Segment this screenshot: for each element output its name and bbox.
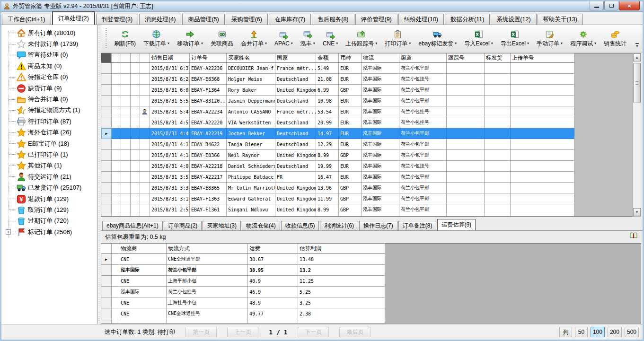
freight-row-4[interactable]: 泓丰国际荷兰小包挂号46.95.25 [101,287,385,297]
dropdown-arrow-icon[interactable]: ▾ [291,41,293,45]
detail-tab-2[interactable]: 订单商品(2) [164,221,202,230]
freight-column-header[interactable]: 物流商 [119,244,167,254]
detail-tab-4[interactable]: 物流仓储(4) [242,221,280,230]
maximize-button[interactable] [604,1,618,10]
pagination-button-最后页[interactable]: 最后页 [339,327,371,337]
toolbar-button-16[interactable]: 销售统计 [600,29,630,49]
dropdown-arrow-icon[interactable]: ▾ [409,41,411,45]
detail-tab-8[interactable]: 订单备注(8) [398,221,437,230]
toolbar-button-2[interactable]: 下载订单▾ [140,29,173,49]
pagination-button-第一页[interactable]: 第一页 [185,327,217,337]
menu-tab-8[interactable]: 售后服务(8) [312,14,354,25]
toolbar-button-14[interactable]: 手动订单▾ [533,29,566,49]
order-row-3[interactable]: 2015/8/31 6:08EBAY-F1364Rory BakerUnited… [101,85,574,96]
sidebar-item-8[interactable]: 待指定物流方式 (1) [1,105,97,116]
sidebar-item-16[interactable]: ¥退款订单 (129) [1,193,97,204]
menu-tab-13[interactable]: 帮助关于(13) [538,14,583,25]
sidebar-item-10[interactable]: 海外仓订单 (26) [1,127,97,138]
scroll-down-icon[interactable]: ▼ [633,208,641,216]
freight-column-header[interactable]: 运费 [248,244,298,254]
orders-column-header[interactable]: 上传单号 [511,53,574,63]
order-row-9[interactable]: 2015/8/31 4:11EBAY-E8366Neil RaynorUnite… [101,150,574,161]
order-row-7[interactable]: ▶2015/8/31 4:46EBAY-A22219Jochen BekkerD… [101,128,574,139]
order-row-10[interactable]: 2015/8/31 4:00EBAY-A22218Daniel Schniede… [101,161,574,172]
expander-icon[interactable]: + [6,229,11,235]
dropdown-arrow-icon[interactable]: ▾ [313,41,315,45]
sidebar-item-17[interactable]: 取消订单 (129) [1,204,97,215]
detail-tab-6[interactable]: 利润统计(6) [320,221,358,230]
dropdown-arrow-icon[interactable]: ▾ [375,41,377,45]
sidebar-item-7[interactable]: 待合并订单 (0) [1,94,97,105]
menu-tab-7[interactable]: 仓库库存(7) [269,14,311,25]
sidebar-splitter[interactable] [97,25,101,324]
page-size-button-100[interactable]: 100 [591,327,605,337]
menu-tab-11[interactable]: 数据分析(11) [445,14,490,25]
toolbar-button-13[interactable]: 导出Excel▾ [497,29,532,49]
sidebar-item-19[interactable]: +标记订单 (2506) [1,227,97,237]
toolbar-overflow-button[interactable]: ▼ [634,42,641,50]
orders-column-header[interactable]: 渠道 [399,53,447,63]
dropdown-arrow-icon[interactable]: ▾ [455,41,457,45]
orders-column-header[interactable]: 买家姓名 [227,53,275,63]
freight-row-2[interactable]: 泓丰国际荷兰小包平邮38.9513.2 [101,265,385,276]
order-row-8[interactable]: 2015/8/31 4:16EBAY-B4622Tanja BienerDeut… [101,139,574,150]
freight-row-3[interactable]: CNE上海平邮小包40.911.25 [101,276,385,287]
sidebar-item-9[interactable]: 待打印订单 (87) [1,116,97,127]
order-row-13[interactable]: 2015/8/31 3:18EBAY-F1363Edward GatheralU… [101,193,574,204]
toolbar-button-4[interactable]: 关联商品 [207,29,237,49]
orders-column-header[interactable]: 标发货 [485,53,511,63]
menu-tab-2[interactable]: 订单处理(2) [52,11,95,25]
dropdown-arrow-icon[interactable]: ▾ [336,41,338,45]
toolbar-button-7[interactable]: 泓丰▾ [297,29,318,49]
sidebar-item-1[interactable]: 所有订单 (28010) [1,27,97,38]
sidebar-item-2[interactable]: 未付款订单 (1739) [1,38,97,49]
close-button[interactable]: × [619,1,640,10]
sidebar-item-13[interactable]: 其他订单 (1) [1,160,97,171]
toolbar-button-6[interactable]: APAC▾ [271,29,296,48]
menu-tab-1[interactable]: 工作台(Ctrl+1) [2,14,51,25]
sidebar-item-14[interactable]: 待交运订单 (21) [1,171,97,182]
toolbar-button-3[interactable]: 移动订单▾ [174,29,206,49]
pagination-button-上一页[interactable]: 上一页 [227,327,258,337]
order-row-4[interactable]: 2015/8/31 5:59EBAY-83120...Jasmin Depper… [101,96,574,106]
detail-tab-9[interactable]: 运费估算(9) [437,219,476,230]
toolbar-button-8[interactable]: CNE▾ [319,29,341,48]
book-icon[interactable] [629,231,638,240]
toolbar-button-15[interactable]: 程序调试▾ [567,29,600,49]
dropdown-arrow-icon[interactable]: ▾ [491,41,493,45]
orders-column-header[interactable]: 币种 [339,53,362,63]
orders-column-header[interactable]: 跟踪号 [447,53,485,63]
dropdown-arrow-icon[interactable]: ▾ [527,41,529,45]
freight-row-1[interactable]: ▶CNECNE全球通平邮38.6713.48 [101,254,385,265]
sidebar-item-4[interactable]: 商品未知 (0) [1,61,97,71]
detail-tab-1[interactable]: ebay商品信息(Alt+1) [102,221,163,230]
menu-tab-5[interactable]: 商品管理(5) [182,14,224,25]
sidebar-item-18[interactable]: 过期订单 (720) [1,216,97,227]
orders-vertical-scrollbar[interactable]: ▲ ▼ [633,53,641,217]
sidebar-item-12[interactable]: 已打印订单 (1) [1,149,97,160]
order-row-5[interactable]: 2015/8/31 5:47EBAY-A22234Antonio CASSANO… [101,106,574,117]
freight-column-header[interactable]: 物流方式 [167,244,248,254]
toolbar-button-11[interactable]: ebay标记发货▾ [415,29,460,49]
minimize-button[interactable] [590,1,604,10]
orders-column-header[interactable]: 销售日期 [150,53,190,63]
freight-row-5[interactable]: CNE上海挂号小包48.93.25 [101,297,385,308]
detail-tab-5[interactable]: 收款信息(5) [281,221,319,230]
toolbar-button-1[interactable]: 刷新(F5) [111,29,139,49]
orders-column-header[interactable]: 国家 [275,53,316,63]
sidebar-item-15[interactable]: 已发货订单 (25107) [1,182,97,193]
freight-row-6[interactable]: CNECNE全球通挂号49.772.38 [101,308,385,319]
order-row-14[interactable]: 2015/8/31 2:55EBAY-F1361Singani NdlovuUn… [101,204,574,215]
orders-column-header[interactable]: 订单号 [190,53,227,63]
order-row-2[interactable]: 2015/8/31 6:28EBAY-E8368Holger WeissDeut… [101,74,574,85]
order-row-11[interactable]: 2015/8/31 3:53EBAY-A22217Philippe Baldac… [101,172,574,183]
page-size-button-列[interactable]: 列 [559,327,572,337]
menu-tab-10[interactable]: 纠纷处理(10) [398,14,444,25]
freight-column-header[interactable]: 估算利润 [298,244,385,254]
sidebar-item-5[interactable]: 待指定仓库 (0) [1,72,97,83]
dropdown-arrow-icon[interactable]: ▾ [265,41,267,45]
menu-tab-3[interactable]: 刊登管理(3) [96,14,138,25]
dropdown-arrow-icon[interactable]: ▾ [168,41,169,45]
scroll-up-icon[interactable]: ▲ [633,53,641,61]
page-size-button-50[interactable]: 50 [575,327,588,337]
